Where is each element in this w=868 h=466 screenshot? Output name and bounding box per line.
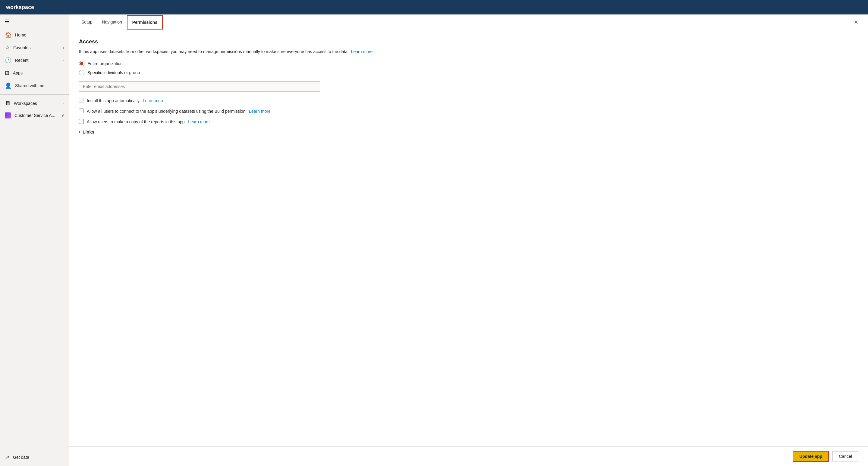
- close-button[interactable]: ✕: [851, 18, 861, 27]
- links-section[interactable]: › Links: [79, 129, 858, 134]
- sidebar-divider: [0, 94, 69, 95]
- sidebar-item-customer[interactable]: Customer Service A... ∨: [0, 110, 69, 122]
- sidebar-item-home[interactable]: 🏠 Home: [0, 29, 69, 41]
- tab-navigation[interactable]: Navigation: [97, 15, 127, 29]
- sidebar-item-shared[interactable]: 👤 Shared with me: [0, 79, 69, 92]
- email-input-wrap: [79, 82, 858, 92]
- hamburger-icon: ☰: [5, 19, 9, 24]
- content-area: Access If this app uses datasets from ot…: [69, 30, 868, 446]
- sidebar-item-label: Favorites: [13, 45, 31, 50]
- topbar-title: workspace: [6, 4, 34, 10]
- sidebar: ☰ 🏠 Home ☆ Favorites › 🕐 Recent › ⊞ Apps…: [0, 14, 69, 466]
- sidebar-item-apps[interactable]: ⊞ Apps: [0, 67, 69, 79]
- sidebar-item-label: Shared with me: [15, 83, 44, 88]
- sidebar-bottom: ↗ Get data: [0, 451, 69, 466]
- links-label: Links: [83, 129, 94, 134]
- main-content: Setup Navigation Permissions ✕ Access If…: [69, 14, 868, 466]
- tab-setup[interactable]: Setup: [76, 15, 97, 29]
- radio-entire-org[interactable]: Entire organization: [79, 61, 858, 66]
- access-learn-more-link[interactable]: Learn more: [351, 49, 373, 54]
- copy-reports-checkbox[interactable]: [79, 119, 84, 124]
- chevron-right-icon: ›: [63, 58, 64, 62]
- chevron-down-icon: ∨: [61, 113, 64, 118]
- workspaces-icon: 🖥: [5, 100, 10, 106]
- footer-bar: Update app Cancel: [69, 446, 868, 466]
- favorites-icon: ☆: [5, 44, 10, 51]
- auto-install-learn-more[interactable]: Learn more: [143, 98, 164, 103]
- sidebar-item-label: Home: [15, 33, 26, 37]
- sidebar-item-label: Recent: [15, 58, 28, 63]
- build-permission-checkbox[interactable]: [79, 108, 84, 113]
- radio-specific-input[interactable]: [79, 70, 84, 75]
- sidebar-item-label: Customer Service A...: [14, 113, 55, 118]
- sidebar-item-label: Apps: [13, 70, 23, 75]
- checkbox-build-permission: Allow all users to connect to the app's …: [79, 108, 858, 115]
- auto-install-checkbox[interactable]: [79, 98, 84, 103]
- apps-icon: ⊞: [5, 70, 9, 76]
- copy-reports-learn-more[interactable]: Learn more: [188, 119, 210, 124]
- radio-entire-org-label: Entire organization: [87, 61, 123, 66]
- cancel-button[interactable]: Cancel: [832, 451, 858, 462]
- topbar: workspace: [0, 0, 868, 14]
- home-icon: 🏠: [5, 32, 11, 38]
- main-layout: ☰ 🏠 Home ☆ Favorites › 🕐 Recent › ⊞ Apps…: [0, 14, 868, 466]
- audience-radio-group: Entire organization Specific individuals…: [79, 61, 858, 75]
- checkbox-auto-install: Install this app automatically. Learn mo…: [79, 98, 858, 104]
- access-description: If this app uses datasets from other wor…: [79, 49, 858, 55]
- chevron-right-icon: ›: [63, 101, 64, 105]
- get-data-icon: ↗: [5, 454, 9, 461]
- sidebar-item-label: Workspaces: [14, 101, 37, 106]
- email-input[interactable]: [79, 82, 320, 92]
- recent-icon: 🕐: [5, 57, 11, 64]
- tabs-bar: Setup Navigation Permissions ✕: [69, 14, 868, 30]
- sidebar-item-get-data[interactable]: ↗ Get data: [0, 451, 69, 464]
- access-title: Access: [79, 39, 858, 45]
- tab-permissions[interactable]: Permissions: [127, 15, 163, 30]
- customer-service-icon: [5, 113, 11, 119]
- radio-specific-label: Specific individuals or group: [87, 70, 140, 75]
- radio-specific[interactable]: Specific individuals or group: [79, 70, 858, 75]
- radio-entire-org-input[interactable]: [79, 61, 84, 66]
- shared-icon: 👤: [5, 82, 11, 89]
- sidebar-item-label: Get data: [13, 455, 29, 460]
- checkbox-copy-reports: Allow users to make a copy of the report…: [79, 119, 858, 125]
- sidebar-item-recent[interactable]: 🕐 Recent ›: [0, 54, 69, 67]
- links-chevron-icon: ›: [79, 130, 80, 134]
- sidebar-item-favorites[interactable]: ☆ Favorites ›: [0, 41, 69, 54]
- update-app-button[interactable]: Update app: [793, 451, 829, 462]
- build-permission-learn-more[interactable]: Learn more: [249, 109, 271, 114]
- hamburger-menu[interactable]: ☰: [0, 14, 69, 29]
- sidebar-item-workspaces[interactable]: 🖥 Workspaces ›: [0, 97, 69, 110]
- chevron-right-icon: ›: [63, 45, 64, 50]
